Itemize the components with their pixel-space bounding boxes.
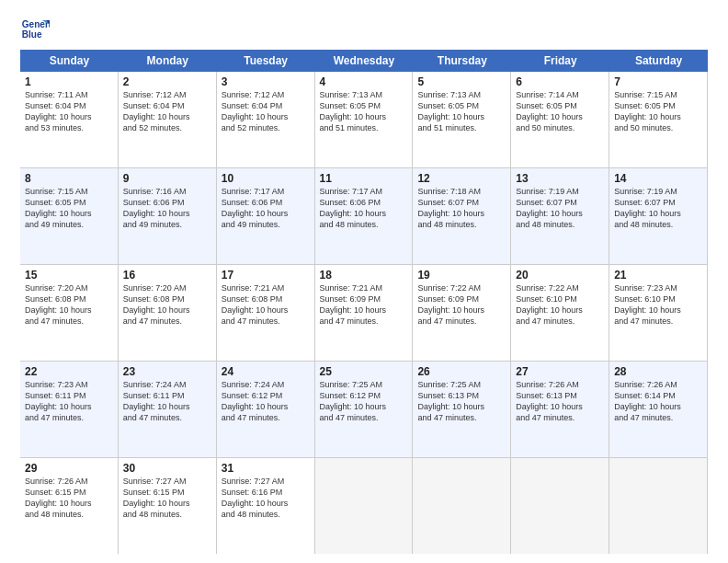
day-number: 30 [123, 462, 211, 475]
day-number: 8 [25, 172, 113, 185]
day-info: Sunrise: 7:27 AM Sunset: 6:15 PM Dayligh… [123, 476, 211, 521]
day-number: 21 [614, 269, 702, 282]
day-info: Sunrise: 7:27 AM Sunset: 6:16 PM Dayligh… [222, 476, 310, 521]
day-info: Sunrise: 7:15 AM Sunset: 6:05 PM Dayligh… [614, 89, 702, 134]
day-number: 22 [25, 365, 113, 378]
day-info: Sunrise: 7:21 AM Sunset: 6:08 PM Dayligh… [222, 282, 310, 327]
day-info: Sunrise: 7:20 AM Sunset: 6:08 PM Dayligh… [25, 282, 113, 327]
day-cell-26: 26Sunrise: 7:25 AM Sunset: 6:13 PM Dayli… [413, 362, 511, 457]
day-number: 27 [516, 365, 604, 378]
day-cell-30: 30Sunrise: 7:27 AM Sunset: 6:15 PM Dayli… [119, 458, 217, 554]
day-cell-12: 12Sunrise: 7:18 AM Sunset: 6:07 PM Dayli… [413, 168, 511, 264]
day-number: 16 [123, 269, 211, 282]
day-number: 1 [25, 75, 113, 88]
logo-icon: General Blue [20, 17, 50, 42]
logo: General Blue [20, 17, 50, 42]
day-info: Sunrise: 7:12 AM Sunset: 6:04 PM Dayligh… [123, 89, 211, 134]
day-cell-27: 27Sunrise: 7:26 AM Sunset: 6:13 PM Dayli… [511, 362, 609, 457]
empty-cell [413, 458, 511, 554]
day-info: Sunrise: 7:23 AM Sunset: 6:10 PM Dayligh… [614, 282, 702, 327]
day-number: 15 [25, 269, 113, 282]
day-number: 3 [222, 75, 310, 88]
day-number: 14 [614, 172, 702, 185]
day-info: Sunrise: 7:12 AM Sunset: 6:04 PM Dayligh… [222, 89, 310, 134]
day-info: Sunrise: 7:13 AM Sunset: 6:05 PM Dayligh… [320, 89, 408, 134]
day-of-week-monday: Monday [119, 50, 217, 72]
day-cell-7: 7Sunrise: 7:15 AM Sunset: 6:05 PM Daylig… [609, 72, 708, 167]
day-info: Sunrise: 7:25 AM Sunset: 6:13 PM Dayligh… [417, 379, 506, 424]
calendar-week-3: 15Sunrise: 7:20 AM Sunset: 6:08 PM Dayli… [20, 265, 708, 362]
empty-cell [609, 458, 708, 554]
day-number: 17 [222, 269, 310, 282]
day-number: 13 [516, 172, 604, 185]
day-number: 2 [123, 75, 211, 88]
day-cell-13: 13Sunrise: 7:19 AM Sunset: 6:07 PM Dayli… [511, 168, 609, 264]
day-info: Sunrise: 7:23 AM Sunset: 6:11 PM Dayligh… [25, 379, 113, 424]
day-info: Sunrise: 7:20 AM Sunset: 6:08 PM Dayligh… [123, 282, 211, 327]
calendar-week-1: 1Sunrise: 7:11 AM Sunset: 6:04 PM Daylig… [20, 72, 708, 168]
day-info: Sunrise: 7:26 AM Sunset: 6:14 PM Dayligh… [614, 379, 702, 424]
day-info: Sunrise: 7:19 AM Sunset: 6:07 PM Dayligh… [516, 186, 604, 231]
day-info: Sunrise: 7:24 AM Sunset: 6:11 PM Dayligh… [123, 379, 211, 424]
day-of-week-wednesday: Wednesday [315, 50, 414, 72]
day-cell-9: 9Sunrise: 7:16 AM Sunset: 6:06 PM Daylig… [119, 168, 217, 264]
day-cell-22: 22Sunrise: 7:23 AM Sunset: 6:11 PM Dayli… [20, 362, 119, 457]
day-number: 31 [222, 462, 310, 475]
day-cell-17: 17Sunrise: 7:21 AM Sunset: 6:08 PM Dayli… [217, 265, 315, 361]
day-info: Sunrise: 7:22 AM Sunset: 6:10 PM Dayligh… [516, 282, 604, 327]
day-number: 25 [320, 365, 408, 378]
day-number: 7 [614, 75, 702, 88]
day-info: Sunrise: 7:14 AM Sunset: 6:05 PM Dayligh… [516, 89, 604, 134]
day-info: Sunrise: 7:21 AM Sunset: 6:09 PM Dayligh… [320, 282, 408, 327]
header: General Blue [20, 17, 708, 42]
day-number: 29 [25, 462, 113, 475]
day-info: Sunrise: 7:25 AM Sunset: 6:12 PM Dayligh… [320, 379, 408, 424]
day-cell-1: 1Sunrise: 7:11 AM Sunset: 6:04 PM Daylig… [20, 72, 119, 167]
day-number: 19 [417, 269, 506, 282]
day-number: 24 [222, 365, 310, 378]
day-info: Sunrise: 7:26 AM Sunset: 6:15 PM Dayligh… [25, 476, 113, 521]
day-cell-31: 31Sunrise: 7:27 AM Sunset: 6:16 PM Dayli… [217, 458, 315, 554]
day-number: 5 [417, 75, 506, 88]
day-cell-11: 11Sunrise: 7:17 AM Sunset: 6:06 PM Dayli… [315, 168, 414, 264]
day-cell-16: 16Sunrise: 7:20 AM Sunset: 6:08 PM Dayli… [119, 265, 217, 361]
day-cell-19: 19Sunrise: 7:22 AM Sunset: 6:09 PM Dayli… [413, 265, 511, 361]
day-info: Sunrise: 7:18 AM Sunset: 6:07 PM Dayligh… [417, 186, 506, 231]
day-of-week-sunday: Sunday [20, 50, 119, 72]
page: General Blue SundayMondayTuesdayWednesda… [0, 0, 728, 563]
day-cell-3: 3Sunrise: 7:12 AM Sunset: 6:04 PM Daylig… [217, 72, 315, 167]
day-number: 28 [614, 365, 702, 378]
day-info: Sunrise: 7:16 AM Sunset: 6:06 PM Dayligh… [123, 186, 211, 231]
day-cell-29: 29Sunrise: 7:26 AM Sunset: 6:15 PM Dayli… [20, 458, 119, 554]
calendar-body: 1Sunrise: 7:11 AM Sunset: 6:04 PM Daylig… [20, 72, 708, 554]
day-cell-10: 10Sunrise: 7:17 AM Sunset: 6:06 PM Dayli… [217, 168, 315, 264]
day-of-week-tuesday: Tuesday [217, 50, 315, 72]
day-info: Sunrise: 7:17 AM Sunset: 6:06 PM Dayligh… [320, 186, 408, 231]
day-info: Sunrise: 7:24 AM Sunset: 6:12 PM Dayligh… [222, 379, 310, 424]
day-info: Sunrise: 7:13 AM Sunset: 6:05 PM Dayligh… [417, 89, 506, 134]
calendar-week-2: 8Sunrise: 7:15 AM Sunset: 6:05 PM Daylig… [20, 168, 708, 265]
day-info: Sunrise: 7:26 AM Sunset: 6:13 PM Dayligh… [516, 379, 604, 424]
calendar-header: SundayMondayTuesdayWednesdayThursdayFrid… [20, 50, 708, 72]
day-number: 10 [222, 172, 310, 185]
day-cell-21: 21Sunrise: 7:23 AM Sunset: 6:10 PM Dayli… [609, 265, 708, 361]
day-cell-28: 28Sunrise: 7:26 AM Sunset: 6:14 PM Dayli… [609, 362, 708, 457]
day-number: 9 [123, 172, 211, 185]
day-of-week-thursday: Thursday [413, 50, 511, 72]
day-cell-6: 6Sunrise: 7:14 AM Sunset: 6:05 PM Daylig… [511, 72, 609, 167]
day-cell-25: 25Sunrise: 7:25 AM Sunset: 6:12 PM Dayli… [315, 362, 414, 457]
day-cell-2: 2Sunrise: 7:12 AM Sunset: 6:04 PM Daylig… [119, 72, 217, 167]
day-cell-5: 5Sunrise: 7:13 AM Sunset: 6:05 PM Daylig… [413, 72, 511, 167]
day-number: 4 [320, 75, 408, 88]
day-number: 6 [516, 75, 604, 88]
day-number: 23 [123, 365, 211, 378]
svg-text:Blue: Blue [22, 29, 42, 40]
day-number: 20 [516, 269, 604, 282]
day-cell-24: 24Sunrise: 7:24 AM Sunset: 6:12 PM Dayli… [217, 362, 315, 457]
day-number: 18 [320, 269, 408, 282]
day-cell-18: 18Sunrise: 7:21 AM Sunset: 6:09 PM Dayli… [315, 265, 414, 361]
calendar: SundayMondayTuesdayWednesdayThursdayFrid… [20, 50, 708, 554]
day-cell-8: 8Sunrise: 7:15 AM Sunset: 6:05 PM Daylig… [20, 168, 119, 264]
day-of-week-friday: Friday [511, 50, 609, 72]
empty-cell [511, 458, 609, 554]
